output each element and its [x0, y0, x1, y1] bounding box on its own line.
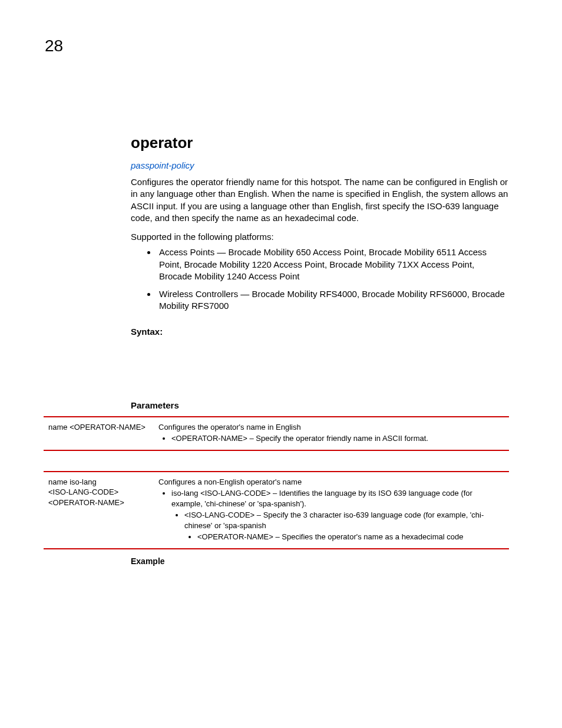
content-column: operator passpoint-policy Configures the… — [131, 134, 509, 566]
example-label: Example — [131, 556, 509, 566]
param-name-line: name iso-lang — [48, 477, 154, 487]
param-sub-bullet: <ISO-LANG-CODE> – Specify the 3 characte… — [184, 510, 505, 531]
param-name-line: <OPERATOR-NAME> — [48, 498, 154, 508]
supported-label: Supported in the following platforms: — [131, 231, 509, 243]
syntax-label: Syntax: — [131, 327, 509, 337]
intro-paragraph: Configures the operator friendly name fo… — [131, 176, 509, 224]
param-name-line: <ISO-LANG-CODE> — [48, 487, 154, 498]
platform-item: Access Points — Brocade Mobility 650 Acc… — [157, 246, 509, 282]
platform-list: Access Points — Brocade Mobility 650 Acc… — [157, 246, 509, 312]
parameter-table-2: name iso-lang <ISO-LANG-CODE> <OPERATOR-… — [44, 471, 509, 549]
table-row: name iso-lang <ISO-LANG-CODE> <OPERATOR-… — [44, 472, 509, 548]
param-name-cell: name <OPERATOR-NAME> — [44, 422, 158, 445]
param-name-cell: name iso-lang <ISO-LANG-CODE> <OPERATOR-… — [44, 477, 158, 543]
table-spacer — [131, 451, 509, 471]
param-bullet: <OPERATOR-NAME> – Specify the operator f… — [171, 433, 505, 444]
param-desc-text: Configures the operator's name in Englis… — [158, 422, 505, 433]
passpoint-policy-link[interactable]: passpoint-policy — [131, 160, 509, 170]
parameters-label: Parameters — [131, 400, 509, 410]
param-desc-text: Configures a non-English operator's name — [158, 477, 505, 487]
parameter-table-1: name <OPERATOR-NAME> Configures the oper… — [44, 416, 509, 451]
section-heading: operator — [131, 134, 509, 152]
table-row: name <OPERATOR-NAME> Configures the oper… — [44, 417, 509, 450]
param-subsub-bullet: <OPERATOR-NAME> – Specifies the operator… — [197, 532, 505, 542]
platform-item: Wireless Controllers — Brocade Mobility … — [157, 288, 509, 312]
page-number: 28 — [45, 37, 63, 55]
param-bullet: iso-lang <ISO-LANG-CODE> – Identifies th… — [171, 488, 505, 509]
param-desc-cell: Configures the operator's name in Englis… — [158, 422, 509, 445]
param-desc-cell: Configures a non-English operator's name… — [158, 477, 509, 543]
